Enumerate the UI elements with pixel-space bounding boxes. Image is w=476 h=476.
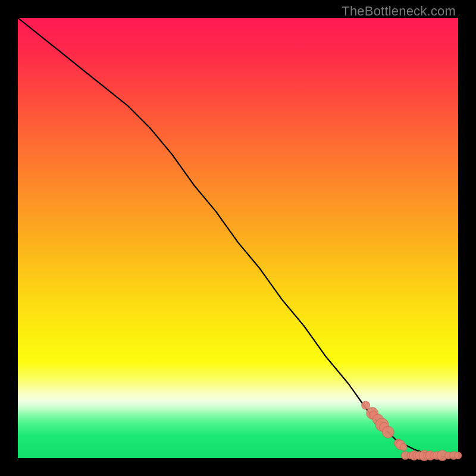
plot-area — [18, 18, 458, 458]
chart-frame: TheBottleneck.com — [0, 0, 476, 476]
scatter-markers — [362, 401, 462, 461]
curve-line — [18, 18, 458, 458]
data-point — [400, 444, 407, 451]
data-point — [382, 426, 394, 438]
watermark-text: TheBottleneck.com — [342, 4, 456, 19]
data-point — [455, 452, 462, 459]
data-point — [362, 401, 370, 409]
chart-overlay — [18, 18, 458, 458]
